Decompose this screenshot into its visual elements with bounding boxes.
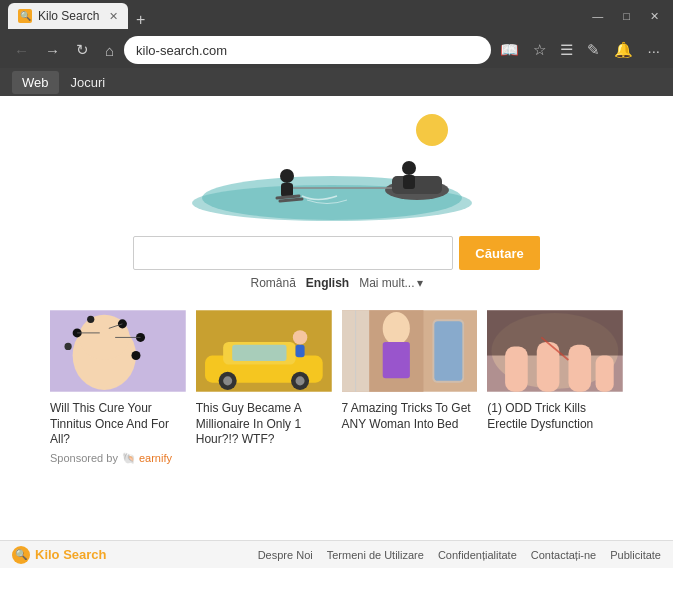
page-content: Căutare Română English Mai mult... ▾ (0, 96, 673, 568)
tab-title: Kilo Search (38, 9, 99, 23)
search-button[interactable]: Căutare (459, 236, 539, 270)
footer-links: Despre Noi Termeni de Utilizare Confiden… (258, 549, 661, 561)
active-tab[interactable]: 🔍 Kilo Search ✕ (8, 3, 128, 29)
svg-point-19 (64, 343, 71, 350)
svg-point-32 (293, 330, 307, 344)
svg-rect-47 (569, 345, 592, 392)
footer-privacy[interactable]: Confidențialitate (438, 549, 517, 561)
svg-rect-6 (403, 175, 415, 189)
footer: 🔍 Kilo Search Despre Noi Termeni de Util… (0, 540, 673, 568)
svg-line-11 (280, 199, 302, 201)
ad-image-2 (196, 306, 332, 396)
ad-title-1: Will This Cure Your Tinnitus Once And Fo… (50, 401, 186, 448)
more-icon[interactable]: ··· (642, 40, 665, 61)
svg-rect-33 (295, 345, 304, 358)
footer-ads[interactable]: Publicitate (610, 549, 661, 561)
svg-rect-31 (232, 345, 286, 361)
svg-point-7 (280, 169, 294, 183)
toolbar: Web Jocuri (0, 68, 673, 96)
ad-card-4[interactable]: (1) ODD Trick Kills Erectile Dysfunction (487, 306, 623, 448)
back-button[interactable]: ← (8, 40, 35, 61)
footer-about[interactable]: Despre Noi (258, 549, 313, 561)
svg-rect-39 (434, 321, 462, 381)
ad-section: Will This Cure Your Tinnitus Once And Fo… (0, 290, 673, 448)
search-bar: Căutare (133, 236, 539, 270)
bell-icon[interactable]: 🔔 (609, 39, 638, 61)
sponsored-row: Sponsored by 🐚 earnify (0, 448, 673, 465)
forward-button[interactable]: → (39, 40, 66, 61)
language-links: Română English Mai mult... ▾ (250, 276, 422, 290)
footer-terms[interactable]: Termeni de Utilizare (327, 549, 424, 561)
search-section: Căutare Română English Mai mult... ▾ (0, 236, 673, 290)
ad-image-3 (342, 306, 478, 396)
svg-rect-45 (505, 346, 528, 391)
footer-logo-text: Kilo Search (35, 547, 107, 562)
sponsored-label: Sponsored by (50, 452, 118, 464)
tab-close-icon[interactable]: ✕ (109, 10, 118, 23)
favorites-icon[interactable]: ☆ (528, 39, 551, 61)
address-bar[interactable] (124, 36, 491, 64)
earnify-name: earnify (139, 452, 172, 464)
chevron-down-icon: ▾ (417, 276, 423, 290)
maximize-button[interactable]: □ (617, 8, 636, 25)
lang-more[interactable]: Mai mult... ▾ (359, 276, 422, 290)
svg-rect-37 (382, 342, 409, 378)
ad-title-2: This Guy Became A Millionaire In Only 1 … (196, 401, 332, 448)
svg-point-30 (295, 376, 304, 385)
hero-illustration (177, 108, 497, 228)
lang-romana[interactable]: Română (250, 276, 295, 290)
refresh-button[interactable]: ↻ (70, 39, 95, 61)
title-bar: 🔍 Kilo Search ✕ + — □ ✕ (0, 0, 673, 32)
toolbar-games[interactable]: Jocuri (61, 71, 116, 94)
url-input[interactable] (136, 43, 479, 58)
new-tab-button[interactable]: + (128, 11, 153, 29)
nav-bar: ← → ↻ ⌂ 📖 ☆ ☰ ✎ 🔔 ··· (0, 32, 673, 68)
ad-image-1 (50, 306, 186, 396)
footer-logo-icon: 🔍 (12, 546, 30, 564)
svg-point-5 (402, 161, 416, 175)
reader-view-icon[interactable]: 📖 (495, 39, 524, 61)
window-controls: — □ ✕ (586, 8, 665, 25)
ad-card-2[interactable]: This Guy Became A Millionaire In Only 1 … (196, 306, 332, 448)
footer-contact[interactable]: Contactați-ne (531, 549, 596, 561)
menu-icon[interactable]: ☰ (555, 39, 578, 61)
hero-section: Căutare Română English Mai mult... ▾ (0, 96, 673, 290)
minimize-button[interactable]: — (586, 8, 609, 25)
svg-rect-48 (596, 356, 614, 392)
svg-rect-4 (392, 176, 442, 194)
svg-point-20 (131, 351, 140, 360)
search-input[interactable] (133, 236, 453, 270)
edit-icon[interactable]: ✎ (582, 39, 605, 61)
lang-more-label: Mai mult... (359, 276, 414, 290)
lang-english[interactable]: English (306, 276, 349, 290)
toolbar-web[interactable]: Web (12, 71, 59, 94)
svg-point-18 (87, 316, 94, 323)
tab-favicon: 🔍 (18, 9, 32, 23)
tab-strip: 🔍 Kilo Search ✕ + (8, 3, 586, 29)
footer-logo: 🔍 Kilo Search (12, 546, 107, 564)
svg-point-36 (382, 312, 409, 345)
ad-image-4 (487, 306, 623, 396)
ad-title-4: (1) ODD Trick Kills Erectile Dysfunction (487, 401, 623, 432)
svg-point-0 (416, 114, 448, 146)
close-window-button[interactable]: ✕ (644, 8, 665, 25)
ad-title-3: 7 Amazing Tricks To Get ANY Woman Into B… (342, 401, 478, 432)
svg-point-28 (223, 376, 232, 385)
home-button[interactable]: ⌂ (99, 40, 120, 61)
nav-icons: 📖 ☆ ☰ ✎ 🔔 ··· (495, 39, 665, 61)
ad-card-1[interactable]: Will This Cure Your Tinnitus Once And Fo… (50, 306, 186, 448)
earnify-logo: 🐚 earnify (122, 452, 172, 465)
svg-rect-8 (281, 183, 293, 197)
svg-line-10 (277, 196, 299, 198)
browser-chrome: 🔍 Kilo Search ✕ + — □ ✕ ← → ↻ ⌂ 📖 ☆ ☰ ✎ … (0, 0, 673, 96)
ad-card-3[interactable]: 7 Amazing Tricks To Get ANY Woman Into B… (342, 306, 478, 448)
